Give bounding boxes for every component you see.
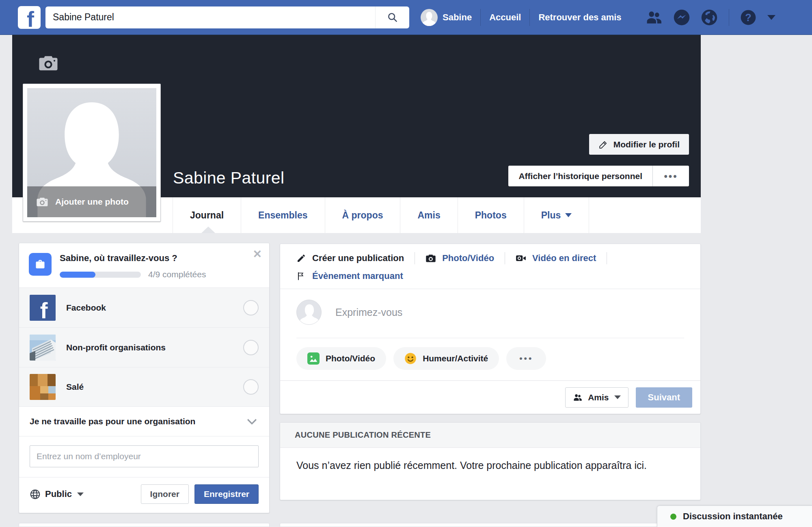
- search-button[interactable]: [375, 6, 409, 28]
- ignore-label: Ignorer: [150, 489, 179, 499]
- life-event-label: Évènement marquant: [312, 271, 403, 281]
- camera-icon: [36, 196, 48, 208]
- audience-label: Amis: [588, 393, 609, 402]
- facebook-page-thumbnail: f: [30, 295, 56, 321]
- flag-icon: [296, 271, 306, 281]
- cover-camera-icon[interactable]: [38, 53, 58, 73]
- chevron-down-icon: [77, 492, 84, 496]
- create-post-tab[interactable]: Créer une publication: [296, 250, 404, 267]
- chat-sidebar-toggle[interactable]: Discussion instantanée: [657, 505, 812, 527]
- photo-video-action[interactable]: Photo/Vidéo: [296, 347, 386, 370]
- no-recent-posts-card: AUCUNE PUBLICATION RÉCENTE Vous n’avez r…: [280, 422, 701, 500]
- progress-fill: [60, 272, 95, 278]
- next-button[interactable]: Suivant: [636, 387, 692, 408]
- composer-placeholder: Exprimez-vous: [335, 307, 402, 318]
- friend-requests-icon[interactable]: [645, 9, 663, 26]
- work-suggestion-card: Sabine, où travaillez-vous ? 4/9 complét…: [19, 243, 270, 513]
- search-bar: [45, 6, 409, 28]
- composer-avatar: [296, 300, 322, 325]
- composer-input-area[interactable]: Exprimez-vous: [280, 289, 700, 325]
- profile-picture: Ajouter une photo: [23, 84, 161, 222]
- employer-input-row: [19, 436, 269, 477]
- photo-video-label: Photo/Vidéo: [442, 253, 494, 264]
- facebook-logo[interactable]: f: [18, 6, 41, 29]
- tab-ensembles[interactable]: Ensembles: [241, 197, 325, 233]
- live-video-label: Vidéo en direct: [532, 253, 596, 264]
- divider: [505, 252, 505, 264]
- work-option-sale[interactable]: Salé: [19, 367, 269, 407]
- no-recent-posts-title: AUCUNE PUBLICATION RÉCENTE: [295, 430, 431, 440]
- save-button[interactable]: Enregistrer: [194, 484, 259, 504]
- chevron-down-icon: [247, 415, 257, 425]
- option-label: Facebook: [66, 303, 106, 313]
- pencil-icon: [598, 140, 608, 149]
- tab-photos[interactable]: Photos: [458, 197, 524, 233]
- no-recent-posts-header: AUCUNE PUBLICATION RÉCENTE: [280, 423, 700, 448]
- next-card-edge: [280, 523, 701, 527]
- globe-icon: [30, 489, 41, 500]
- life-event-tab[interactable]: Évènement marquant: [296, 268, 403, 285]
- no-recent-posts-body: Vous n’avez rien publié récemment. Votre…: [280, 448, 700, 484]
- close-icon[interactable]: ✕: [253, 249, 262, 260]
- nav-avatar[interactable]: [421, 9, 438, 26]
- edit-profile-button[interactable]: Modifier le profil: [589, 134, 689, 155]
- no-organisation-toggle[interactable]: Je ne travaille pas pour une organisatio…: [19, 407, 269, 436]
- add-photo-label: Ajouter une photo: [55, 197, 129, 207]
- work-option-nonprofit[interactable]: Non-profit organisations: [19, 327, 269, 367]
- privacy-selector[interactable]: Public: [30, 489, 84, 500]
- live-video-tab[interactable]: Vidéo en direct: [516, 250, 596, 267]
- radio-button[interactable]: [243, 379, 259, 395]
- help-icon[interactable]: ?: [740, 9, 757, 26]
- top-navbar: f Sabine Accueil Retrouver des amis: [0, 0, 812, 35]
- option-label: Non-profit organisations: [66, 343, 166, 352]
- next-label: Suivant: [648, 392, 680, 403]
- work-option-facebook[interactable]: f Facebook: [19, 287, 269, 327]
- nav-user-name[interactable]: Sabine: [443, 12, 472, 23]
- audience-selector-button[interactable]: Amis: [565, 387, 628, 408]
- work-card-header: Sabine, où travaillez-vous ? 4/9 complét…: [19, 243, 269, 287]
- more-actions-button[interactable]: •••: [506, 347, 546, 370]
- divider: [607, 252, 607, 264]
- camera-icon: [425, 253, 436, 264]
- progress-label: 4/9 complétées: [148, 270, 206, 279]
- mood-activity-action[interactable]: Humeur/Activité: [393, 347, 499, 370]
- chevron-down-icon: [565, 213, 572, 217]
- tab-a-propos[interactable]: À propos: [325, 197, 401, 233]
- nav-find-friends-link[interactable]: Retrouver des amis: [538, 12, 621, 23]
- messenger-icon[interactable]: [673, 9, 691, 26]
- radio-button[interactable]: [243, 300, 259, 315]
- pencil-icon: [296, 253, 306, 263]
- nav-divider: [480, 9, 481, 26]
- search-input[interactable]: [45, 6, 375, 28]
- activity-log-button[interactable]: Afficher l’historique personnel: [508, 166, 652, 186]
- smiley-icon: [404, 352, 417, 365]
- ellipsis-icon: •••: [519, 354, 533, 363]
- photo-icon: [307, 352, 320, 365]
- building-thumbnail: [30, 335, 56, 361]
- nav-right-cluster: Sabine Accueil Retrouver des amis ?: [421, 9, 775, 26]
- ignore-button[interactable]: Ignorer: [141, 484, 189, 504]
- work-card-title: Sabine, où travaillez-vous ?: [60, 253, 259, 264]
- divider: [415, 252, 415, 264]
- employer-input[interactable]: [30, 445, 259, 467]
- create-post-label: Créer une publication: [312, 253, 404, 264]
- tab-amis[interactable]: Amis: [400, 197, 458, 233]
- svg-text:?: ?: [745, 11, 752, 23]
- photo-video-tab[interactable]: Photo/Vidéo: [425, 250, 494, 267]
- facebook-f-glyph: f: [27, 9, 34, 29]
- radio-button[interactable]: [243, 340, 259, 355]
- option-label: Salé: [66, 382, 84, 392]
- notifications-globe-icon[interactable]: [700, 9, 718, 26]
- account-menu-caret-icon[interactable]: [767, 15, 775, 20]
- active-tab-notch: [201, 227, 215, 233]
- chat-label: Discussion instantanée: [683, 511, 783, 522]
- cover-more-button[interactable]: •••: [652, 166, 689, 186]
- no-recent-posts-text: Vous n’avez rien publié récemment. Votre…: [296, 458, 654, 473]
- tab-plus[interactable]: Plus: [524, 197, 590, 233]
- post-composer: Créer une publication Photo/Vidéo Vidéo …: [280, 244, 701, 414]
- edit-profile-label: Modifier le profil: [613, 140, 680, 149]
- search-icon: [387, 12, 398, 23]
- add-profile-photo-button[interactable]: Ajouter une photo: [27, 186, 156, 217]
- nav-home-link[interactable]: Accueil: [489, 12, 521, 23]
- briefcase-icon: [29, 253, 52, 276]
